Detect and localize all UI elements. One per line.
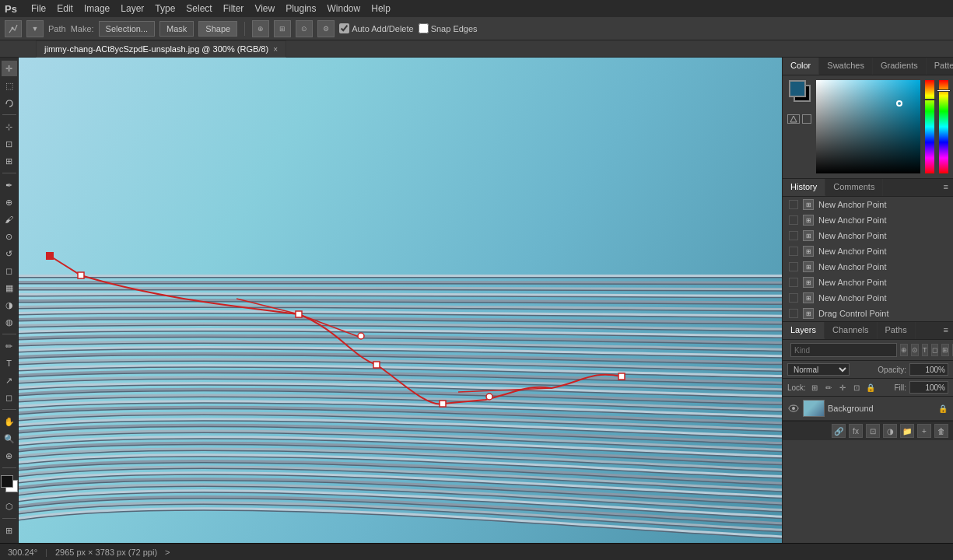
layers-filter-btn[interactable]: ⊕ [900,344,908,356]
layers-panel-menu[interactable]: ≡ [939,322,953,339]
lock-checkerboard-icon[interactable]: ⊞ [809,382,820,393]
opacity-input[interactable] [909,363,948,376]
gradient-tool[interactable]: ▦ [2,280,17,296]
menu-type[interactable]: Type [155,3,175,14]
lasso-tool[interactable] [2,95,17,110]
frame-tool[interactable]: ⊞ [2,153,17,169]
tab-layers[interactable]: Layers [783,322,825,339]
history-checkbox[interactable] [789,309,798,318]
lock-all-icon[interactable]: 🔒 [865,382,876,393]
align-icon[interactable]: ⊞ [274,20,291,37]
tab-patterns[interactable]: Patterns [927,58,953,75]
history-item[interactable]: ⊞ New Anchor Point [783,290,953,306]
move-tool[interactable]: ✛ [2,61,17,76]
hue-slider[interactable] [925,80,934,173]
status-arrow[interactable]: > [165,548,170,557]
layers-toggle-btn[interactable]: ⊞ [941,344,949,356]
dodge-tool[interactable]: ◍ [2,314,17,330]
menu-filter[interactable]: Filter [223,3,244,14]
tab-color[interactable]: Color [783,58,819,75]
tab-history[interactable]: History [783,179,825,196]
brush-tool[interactable]: 🖌 [2,212,17,227]
foreground-color[interactable] [1,475,13,488]
settings-icon[interactable]: ⚙ [317,20,335,37]
menu-window[interactable]: Window [328,3,361,14]
transform-select-tool[interactable]: ⊹ [2,119,17,135]
layer-background[interactable]: Background 🔒 [783,397,953,421]
shape-tool[interactable]: ◻ [2,390,17,405]
color-gradient-picker[interactable] [816,80,920,173]
document-tab[interactable]: jimmy-chang-ACt8ycSzpdE-unsplash.jpg @ 3… [36,40,286,58]
add-group-btn[interactable]: 📁 [900,424,914,438]
history-item[interactable]: ⊞ New Anchor Point [783,275,953,290]
zoom-tool[interactable]: 🔍 [2,431,17,446]
history-checkbox[interactable] [789,231,798,240]
menu-layer[interactable]: Layer [121,3,144,14]
tab-channels[interactable]: Channels [825,322,877,339]
path-ops-icon[interactable]: ⊕ [252,20,269,37]
history-checkbox[interactable] [789,200,798,209]
auto-add-delete-checkbox[interactable]: Auto Add/Delete [339,23,414,33]
layers-text-btn[interactable]: T [922,344,928,356]
menu-file[interactable]: File [31,3,46,14]
menu-view[interactable]: View [254,3,275,14]
selection-button[interactable]: Selection... [99,21,155,37]
add-mask-btn[interactable]: ⊡ [866,424,880,438]
menu-help[interactable]: Help [371,3,391,14]
stamp-tool[interactable]: ⊙ [2,229,17,244]
lock-move-icon[interactable]: ✛ [837,382,848,393]
history-item[interactable]: ⊞ New Anchor Point [783,243,953,259]
blur-tool[interactable]: ◑ [2,297,17,313]
eraser-tool[interactable]: ◻ [2,263,17,278]
add-style-btn[interactable]: fx [849,424,863,438]
history-item[interactable]: ⊞ New Anchor Point [783,228,953,243]
extra-tool[interactable]: ⊕ [2,448,17,464]
history-item[interactable]: ⊞ New Anchor Point [783,259,953,275]
screen-mode[interactable]: ⊞ [2,523,17,538]
crop-tool[interactable]: ⊡ [2,136,17,152]
shape-button[interactable]: Shape [198,21,237,37]
add-adjustment-btn[interactable]: ◑ [883,424,897,438]
fg-color-swatch[interactable] [789,80,806,97]
path-select-icon[interactable]: ▼ [26,20,44,37]
transform-icon[interactable]: ⊙ [296,20,313,37]
quick-mask-toggle[interactable]: ⬡ [2,499,17,514]
lock-artboard-icon[interactable]: ⊡ [851,382,862,393]
history-brush-tool[interactable]: ↺ [2,246,17,261]
layers-adjust-btn[interactable]: ⊙ [911,344,919,356]
select-tool[interactable]: ⬚ [2,78,17,93]
menu-edit[interactable]: Edit [57,3,73,14]
layers-select-btn[interactable]: ◻ [931,344,938,356]
history-panel-menu[interactable]: ≡ [939,179,953,196]
tab-swatches[interactable]: Swatches [819,58,873,75]
history-checkbox[interactable] [789,293,798,303]
tab-gradients[interactable]: Gradients [873,58,927,75]
layers-search-input[interactable] [790,343,897,357]
text-tool[interactable]: T [2,355,17,371]
eyedropper-tool[interactable]: ✒ [2,177,17,193]
lock-brush-icon[interactable]: ✏ [823,382,834,393]
add-layer-btn[interactable]: + [917,424,931,438]
menu-plugins[interactable]: Plugins [286,3,316,14]
history-checkbox[interactable] [789,215,798,225]
history-checkbox[interactable] [789,247,798,256]
pen-tool-icon[interactable] [5,20,22,37]
path-select-tool[interactable]: ↗ [2,373,17,388]
history-checkbox[interactable] [789,262,798,271]
heal-tool[interactable]: ⊕ [2,194,17,210]
menu-image[interactable]: Image [84,3,110,14]
history-checkbox[interactable] [789,278,798,287]
blend-mode-select[interactable]: Normal [787,363,850,376]
tab-close-button[interactable]: × [273,45,278,54]
main-canvas[interactable] [19,58,782,543]
tab-comments[interactable]: Comments [825,179,883,196]
link-layers-btn[interactable]: 🔗 [832,424,846,438]
menu-select[interactable]: Select [186,3,212,14]
history-item[interactable]: ⊞ New Anchor Point [783,197,953,212]
history-item[interactable]: ⊞ Drag Control Point [783,306,953,321]
hand-tool[interactable]: ✋ [2,414,17,429]
delete-layer-btn[interactable]: 🗑 [934,424,948,438]
snap-edges-checkbox[interactable]: Snap Edges [419,23,478,33]
history-item[interactable]: ⊞ New Anchor Point [783,212,953,228]
mask-button[interactable]: Mask [159,21,194,37]
